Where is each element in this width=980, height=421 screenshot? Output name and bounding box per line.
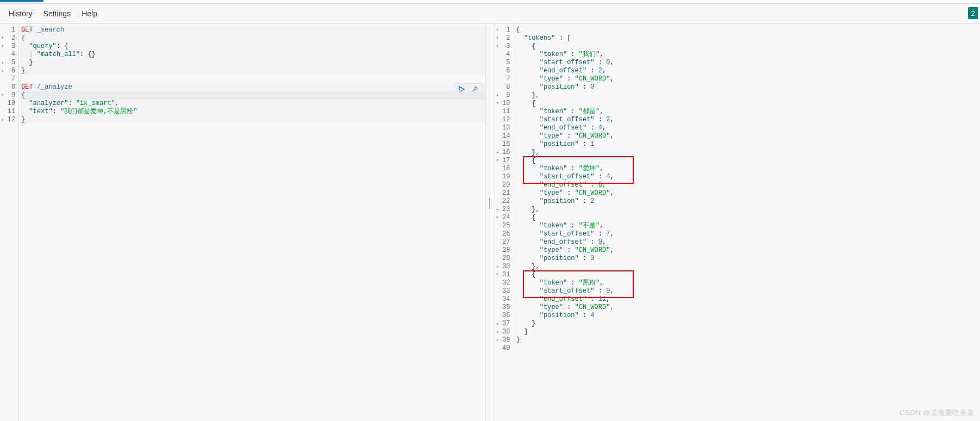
code-line: "position" : 1 bbox=[516, 140, 981, 148]
line-number: 5▴ bbox=[0, 59, 15, 67]
fold-toggle-icon[interactable]: ▴ bbox=[1, 60, 4, 65]
line-number: 23▴ bbox=[495, 206, 510, 214]
code-line: "token" : "爱坤", bbox=[516, 165, 981, 173]
fold-toggle-icon[interactable]: ▾ bbox=[496, 158, 499, 163]
menu-history[interactable]: History bbox=[9, 9, 33, 18]
fold-toggle-icon[interactable]: ▴ bbox=[1, 69, 4, 73]
code-line: "end_offset" : 6, bbox=[516, 181, 981, 189]
code-line: { bbox=[516, 26, 981, 34]
code-line: "position" : 2 bbox=[516, 197, 981, 206]
fold-toggle-icon[interactable]: ▴ bbox=[496, 207, 499, 212]
line-number: 4 bbox=[495, 51, 510, 59]
code-line: "type" : "CN_WORD", bbox=[516, 132, 981, 140]
response-pane: 1▾2▾3▾456789▴10▾111213141516▴17▾18192021… bbox=[495, 24, 981, 421]
code-line[interactable]: { bbox=[21, 34, 485, 42]
code-line[interactable]: } bbox=[21, 67, 485, 75]
line-number: 10 bbox=[0, 100, 15, 108]
code-line: "end_offset" : 9, bbox=[516, 238, 981, 246]
code-line: "type" : "CN_WORD", bbox=[516, 246, 981, 255]
line-number: 9▾ bbox=[0, 91, 15, 100]
code-line: { bbox=[516, 157, 981, 165]
line-number: 34 bbox=[495, 295, 510, 304]
request-gutter: 12▾3▾45▴6▴789▾101112▴ bbox=[0, 24, 19, 421]
code-line[interactable]: "text": "我们都是爱坤,不是黑粉" bbox=[21, 108, 485, 116]
code-line: }, bbox=[516, 206, 981, 214]
fold-toggle-icon[interactable]: ▾ bbox=[1, 36, 4, 41]
line-number: 2▾ bbox=[0, 34, 15, 42]
code-line: "type" : "CN_WORD", bbox=[516, 189, 981, 197]
line-number: 1▾ bbox=[495, 26, 510, 34]
line-number: 33 bbox=[495, 287, 510, 295]
code-line: { bbox=[516, 271, 981, 279]
line-number: 8 bbox=[0, 83, 15, 91]
code-line: "position" : 4 bbox=[516, 312, 981, 320]
tab-strip bbox=[0, 0, 980, 4]
fold-toggle-icon[interactable]: ▴ bbox=[496, 150, 499, 155]
fold-toggle-icon[interactable]: ▾ bbox=[496, 44, 499, 49]
code-line: } bbox=[516, 320, 981, 328]
code-line: "start_offset" : 7, bbox=[516, 230, 981, 238]
fold-toggle-icon[interactable]: ▴ bbox=[496, 338, 499, 343]
code-line[interactable]: "analyzer": "ik_smart", bbox=[21, 100, 485, 108]
editor-split: 12▾3▾45▴6▴789▾101112▴ GET _search{ "quer… bbox=[0, 24, 980, 421]
code-line: "position" : 0 bbox=[516, 83, 981, 91]
menu-bar: History Settings Help 2 bbox=[0, 4, 980, 24]
request-editor[interactable]: GET _search{ "query": { | "match_all": {… bbox=[19, 24, 485, 421]
code-line[interactable] bbox=[21, 75, 485, 83]
line-number: 11 bbox=[0, 108, 15, 116]
code-line: "end_offset" : 4, bbox=[516, 124, 981, 132]
split-divider[interactable] bbox=[485, 24, 495, 421]
code-line: { bbox=[516, 42, 981, 51]
code-line: "token" : "我们", bbox=[516, 51, 981, 59]
line-number: 14 bbox=[495, 132, 510, 140]
fold-toggle-icon[interactable]: ▴ bbox=[496, 321, 499, 326]
line-number: 20 bbox=[495, 181, 510, 189]
line-number: 5 bbox=[495, 59, 510, 67]
code-line: "start_offset" : 4, bbox=[516, 173, 981, 181]
fold-toggle-icon[interactable]: ▾ bbox=[496, 215, 499, 220]
code-line: { bbox=[516, 100, 981, 108]
code-line: "start_offset" : 2, bbox=[516, 116, 981, 124]
request-pane: 12▾3▾45▴6▴789▾101112▴ GET _search{ "quer… bbox=[0, 24, 485, 421]
code-line: "start_offset" : 9, bbox=[516, 287, 981, 295]
fold-toggle-icon[interactable]: ▾ bbox=[496, 28, 499, 33]
line-number: 39▴ bbox=[495, 336, 510, 344]
line-number: 1 bbox=[0, 26, 15, 34]
line-number: 18 bbox=[495, 165, 510, 173]
menu-settings[interactable]: Settings bbox=[43, 9, 71, 18]
line-number: 29 bbox=[495, 255, 510, 263]
code-line bbox=[516, 344, 981, 352]
code-line[interactable]: { bbox=[21, 91, 485, 100]
fold-toggle-icon[interactable]: ▾ bbox=[496, 273, 499, 277]
line-number: 24▾ bbox=[495, 214, 510, 222]
fold-toggle-icon[interactable]: ▴ bbox=[496, 93, 499, 98]
line-number: 2▾ bbox=[495, 34, 510, 42]
code-line[interactable]: | "match_all": {} bbox=[21, 51, 485, 59]
code-line[interactable]: } bbox=[21, 116, 485, 124]
line-number: 26 bbox=[495, 230, 510, 238]
line-number: 37▴ bbox=[495, 320, 510, 328]
menu-help[interactable]: Help bbox=[82, 9, 97, 18]
line-number: 17▾ bbox=[495, 157, 510, 165]
code-line[interactable]: } bbox=[21, 59, 485, 67]
line-number: 38▴ bbox=[495, 328, 510, 336]
line-number: 12 bbox=[495, 116, 510, 124]
line-number: 15 bbox=[495, 140, 510, 148]
code-line[interactable]: GET /_analyze bbox=[21, 83, 485, 91]
line-number: 12▴ bbox=[0, 116, 15, 124]
fold-toggle-icon[interactable]: ▴ bbox=[496, 264, 499, 269]
fold-toggle-icon[interactable]: ▴ bbox=[1, 117, 4, 122]
fold-toggle-icon[interactable]: ▾ bbox=[496, 101, 499, 106]
line-number: 6▴ bbox=[0, 67, 15, 75]
fold-toggle-icon[interactable]: ▾ bbox=[1, 93, 4, 98]
code-line[interactable]: "query": { bbox=[21, 42, 485, 51]
fold-toggle-icon[interactable]: ▾ bbox=[496, 36, 499, 41]
line-number: 4 bbox=[0, 51, 15, 59]
app-root: History Settings Help 2 12▾3▾45▴6▴789▾10… bbox=[0, 0, 980, 421]
notification-badge[interactable]: 2 bbox=[968, 7, 978, 19]
code-line[interactable]: GET _search bbox=[21, 26, 485, 34]
fold-toggle-icon[interactable]: ▴ bbox=[496, 330, 499, 335]
fold-toggle-icon[interactable]: ▾ bbox=[1, 44, 4, 49]
code-line: "end_offset" : 2, bbox=[516, 67, 981, 75]
code-line: "end_offset" : 11, bbox=[516, 295, 981, 304]
